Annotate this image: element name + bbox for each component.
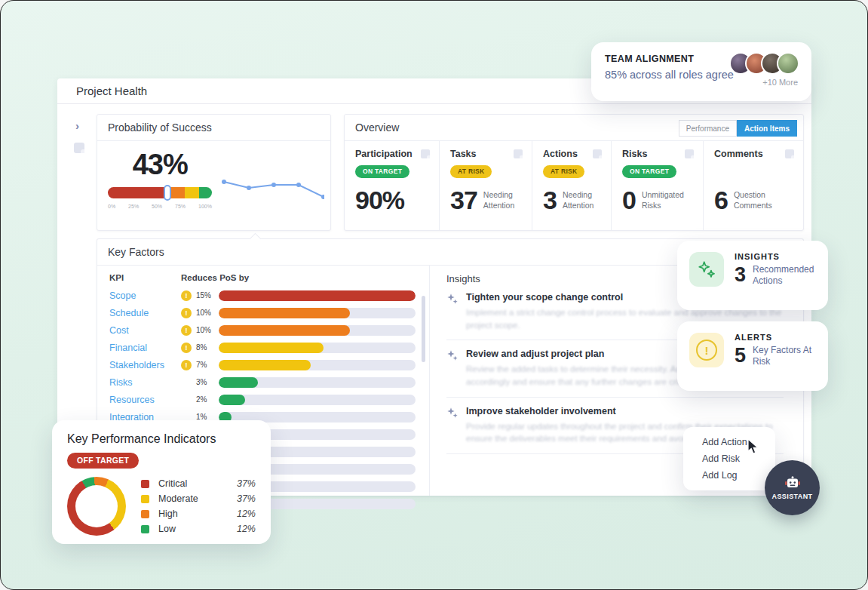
- kpi-label[interactable]: Stakeholders: [109, 360, 181, 370]
- metric-sublabel: Needing Attention: [483, 190, 523, 210]
- kpi-row: Schedule!10%: [109, 304, 416, 321]
- metric-sublabel: Unmitigated Risks: [642, 190, 689, 210]
- metric-comments: Comments 6 Question Comments: [703, 141, 803, 230]
- alerts-card-label: ALERTS: [735, 333, 816, 342]
- kpi-donut-chart: [67, 477, 126, 536]
- note-icon[interactable]: [514, 149, 523, 158]
- legend-value: 12%: [237, 524, 256, 534]
- metric-name: Tasks: [450, 149, 477, 159]
- kpi-bar-fill: [219, 343, 324, 353]
- kpi-bar-fill: [219, 360, 311, 370]
- tick-75: 75%: [175, 204, 186, 209]
- kpi-bar-track: [219, 360, 416, 370]
- kpi-value: 15%: [196, 291, 219, 300]
- warning-icon: !: [181, 325, 192, 336]
- sparkles-icon: [446, 407, 459, 419]
- metric-name: Actions: [543, 149, 578, 159]
- alerts-summary-card[interactable]: ! ALERTS 5 Key Factors At Risk: [677, 321, 828, 391]
- kpi-row: Financial!8%: [109, 339, 416, 356]
- tick-100: 100%: [198, 204, 212, 209]
- gauge-segment: [199, 187, 212, 198]
- legend-value: 37%: [237, 493, 256, 504]
- kpi-bar-fill: [219, 325, 350, 336]
- team-alignment-card: TEAM ALIGNMENT 85% across all roles agre…: [591, 42, 811, 101]
- column-header-kpi: KPI: [109, 273, 181, 282]
- kpi-value: 3%: [196, 378, 219, 386]
- tick-50: 50%: [152, 204, 162, 209]
- insights-summary-card[interactable]: INSIGHTS 3 Recommended Actions: [677, 241, 828, 310]
- metric-value: 3: [543, 186, 557, 215]
- note-icon[interactable]: [685, 149, 694, 158]
- sparkles-icon: [446, 293, 459, 305]
- donut-hole: [75, 485, 118, 527]
- tick-25: 25%: [128, 204, 139, 209]
- kpi-value: 8%: [196, 343, 219, 352]
- legend-label: Moderate: [158, 493, 237, 504]
- tab-performance[interactable]: Performance: [679, 120, 737, 137]
- status-badge: ON TARGET: [622, 165, 676, 178]
- note-icon[interactable]: [593, 149, 602, 158]
- metric-actions: Actions AT RISK 3 Needing Attention: [532, 141, 611, 230]
- sparkles-icon: [689, 252, 724, 287]
- add-context-menu: Add Action Add Risk Add Log: [683, 427, 775, 490]
- metric-value: 90%: [355, 186, 404, 215]
- probability-value: 43%: [106, 149, 213, 181]
- warning-icon: !: [181, 360, 192, 370]
- menu-item-add-action[interactable]: Add Action: [683, 434, 775, 450]
- metric-risks: Risks ON TARGET 0 Unmitigated Risks: [611, 141, 703, 230]
- tab-action-items[interactable]: Action Items: [737, 120, 797, 137]
- menu-item-add-log[interactable]: Add Log: [683, 467, 775, 484]
- note-icon[interactable]: [421, 149, 430, 158]
- overview-card: Overview Performance Action Items Partic…: [344, 114, 804, 231]
- kpi-legend: Critical 37% Moderate 37% High 12% Low 1…: [141, 476, 256, 536]
- kpi-row: Risks3%: [109, 373, 416, 391]
- scrollbar-thumb[interactable]: [422, 296, 425, 362]
- robot-icon: [784, 476, 801, 490]
- kpi-row: Cost!10%: [109, 321, 416, 339]
- insights-count: 3: [735, 263, 746, 287]
- kpi-row: Scope!15%: [109, 287, 416, 304]
- legend-value: 12%: [237, 509, 256, 519]
- probability-gauge: 0% 25% 50% 75% 100%: [108, 187, 212, 209]
- kpi-label[interactable]: Risks: [109, 377, 181, 388]
- legend-label: Critical: [158, 478, 237, 489]
- avatar-stack[interactable]: [729, 52, 799, 75]
- kpi-value: 10%: [196, 326, 219, 334]
- kpi-label[interactable]: Resources: [109, 395, 181, 405]
- kpi-bar-track: [219, 377, 416, 388]
- avatar: [777, 52, 799, 75]
- kpi-label[interactable]: Scope: [109, 290, 181, 301]
- insights-card-label: INSIGHTS: [735, 252, 816, 261]
- status-badge: AT RISK: [543, 165, 584, 178]
- legend-row-low: Low 12%: [141, 521, 256, 536]
- kpi-label[interactable]: Financial: [109, 343, 181, 353]
- off-target-badge: OFF TARGET: [67, 453, 139, 469]
- expand-sidebar-chevron-icon[interactable]: ›: [75, 119, 90, 132]
- note-icon[interactable]: [74, 143, 84, 153]
- warning-icon: !: [181, 308, 192, 318]
- kpi-bar-track: [219, 290, 416, 301]
- menu-item-add-risk[interactable]: Add Risk: [683, 450, 775, 467]
- tick-0: 0%: [108, 204, 115, 209]
- legend-swatch: [141, 525, 149, 533]
- metric-tasks: Tasks AT RISK 37 Needing Attention: [439, 141, 532, 230]
- kpi-label[interactable]: Cost: [109, 325, 181, 336]
- note-icon[interactable]: [785, 149, 794, 158]
- gauge-slider-handle[interactable]: [164, 185, 171, 201]
- legend-label: High: [158, 509, 237, 519]
- metric-value: 0: [622, 186, 636, 215]
- more-members-label: +10 More: [762, 78, 798, 87]
- metric-name: Comments: [714, 149, 763, 159]
- metric-participation: Participation ON TARGET 90%: [345, 141, 439, 230]
- gauge-segment: [185, 187, 199, 198]
- kpi-value: 10%: [196, 309, 219, 317]
- metric-value: 37: [450, 186, 477, 215]
- kpi-bar-track: [219, 395, 416, 405]
- assistant-button[interactable]: ASSISTANT: [765, 460, 820, 515]
- gauge-ticks: 0% 25% 50% 75% 100%: [108, 204, 212, 209]
- kpi-bar-fill: [219, 290, 416, 301]
- overview-title: Overview: [355, 121, 399, 134]
- kpi-bar-track: [219, 343, 416, 353]
- assistant-label: ASSISTANT: [772, 493, 813, 500]
- kpi-label[interactable]: Schedule: [109, 308, 181, 318]
